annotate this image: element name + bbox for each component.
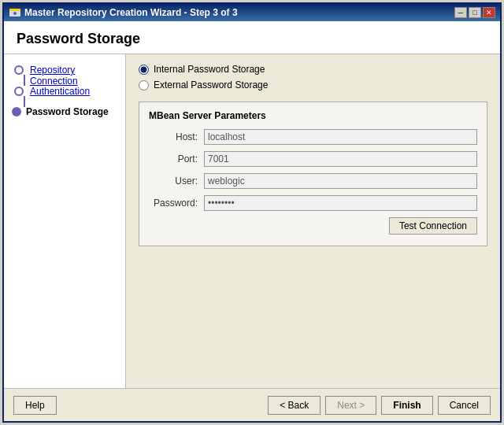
host-input[interactable]: [204, 129, 477, 145]
step-connector-2: [24, 96, 25, 107]
port-label: Port:: [149, 153, 204, 164]
window-icon: [9, 6, 21, 19]
section-title: MBean Server Parameters: [149, 110, 477, 121]
help-button[interactable]: Help: [13, 396, 57, 415]
step-connector-1: [24, 75, 25, 86]
cancel-button[interactable]: Cancel: [438, 396, 491, 415]
test-connection-row: Test Connection: [149, 217, 477, 235]
maximize-button[interactable]: □: [469, 7, 481, 18]
svg-point-2: [13, 12, 17, 15]
step-circle-authentication: [14, 87, 24, 96]
footer: Help < Back Next > Finish Cancel: [4, 388, 500, 421]
password-label: Password:: [149, 198, 204, 209]
radio-item-internal[interactable]: Internal Password Storage: [139, 64, 487, 75]
step-circle-password-storage: [12, 107, 21, 116]
sidebar-item-repository-connection[interactable]: Repository Connection: [30, 65, 117, 87]
main-panel: Internal Password Storage External Passw…: [126, 54, 500, 388]
password-input[interactable]: [204, 195, 477, 211]
main-window: Master Repository Creation Wizard - Step…: [2, 2, 502, 423]
radio-label-internal: Internal Password Storage: [154, 64, 265, 75]
svg-rect-1: [9, 9, 20, 11]
host-row: Host:: [149, 129, 477, 145]
close-button[interactable]: ✕: [483, 7, 495, 18]
title-buttons: ─ □ ✕: [454, 7, 495, 18]
sidebar: Repository Connection Authentication: [4, 54, 126, 388]
content-area: Repository Connection Authentication: [4, 54, 500, 388]
finish-button[interactable]: Finish: [381, 396, 432, 415]
title-bar-left: Master Repository Creation Wizard - Step…: [9, 6, 238, 19]
radio-external[interactable]: [139, 80, 149, 91]
user-row: User:: [149, 173, 477, 189]
radio-item-external[interactable]: External Password Storage: [139, 79, 487, 91]
window-title: Master Repository Creation Wizard - Step…: [24, 7, 238, 18]
next-button[interactable]: Next >: [325, 396, 376, 415]
password-row: Password:: [149, 195, 477, 211]
sidebar-label-authentication: Authentication: [30, 86, 90, 97]
radio-group: Internal Password Storage External Passw…: [139, 64, 487, 91]
step-circle-repository-connection: [14, 65, 24, 75]
mbean-section: MBean Server Parameters Host: Port: User…: [139, 102, 487, 246]
radio-internal[interactable]: [139, 65, 149, 75]
test-connection-button[interactable]: Test Connection: [389, 217, 477, 235]
sidebar-label-password-storage: Password Storage: [26, 106, 109, 117]
user-label: User:: [149, 176, 204, 187]
sidebar-label-repository-connection: Repository Connection: [30, 65, 117, 87]
port-row: Port:: [149, 151, 477, 167]
port-input[interactable]: [204, 151, 477, 167]
page-title: Password Storage: [4, 21, 500, 54]
sidebar-item-password-storage[interactable]: Password Storage: [26, 106, 109, 117]
radio-label-external: External Password Storage: [154, 79, 268, 91]
user-input[interactable]: [204, 173, 477, 189]
footer-left: Help: [13, 396, 57, 415]
sidebar-item-authentication[interactable]: Authentication: [30, 86, 90, 97]
back-button[interactable]: < Back: [268, 396, 321, 415]
minimize-button[interactable]: ─: [454, 7, 467, 18]
footer-right: < Back Next > Finish Cancel: [268, 396, 491, 415]
host-label: Host:: [149, 131, 204, 142]
title-bar: Master Repository Creation Wizard - Step…: [4, 4, 500, 21]
